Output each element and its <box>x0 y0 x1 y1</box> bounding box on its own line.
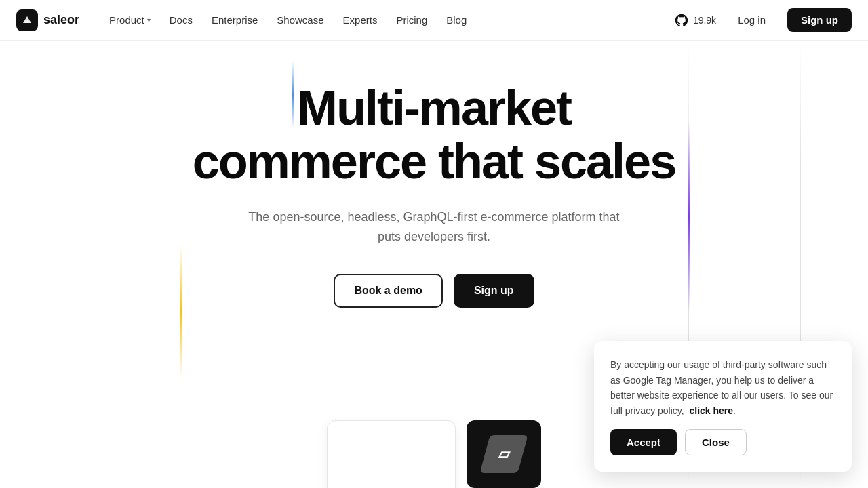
nav-enterprise[interactable]: Enterprise <box>203 9 266 31</box>
hero-signup-button[interactable]: Sign up <box>454 274 534 308</box>
hero-actions: Book a demo Sign up <box>193 274 675 308</box>
nav-showcase[interactable]: Showcase <box>269 9 332 31</box>
nav-experts-label: Experts <box>343 14 378 26</box>
nav-enterprise-label: Enterprise <box>212 14 258 26</box>
parallelogram-shape: ▱ <box>479 435 528 473</box>
nav-links: Product ▾ Docs Enterprise Showcase Exper… <box>101 9 674 31</box>
github-count-label: 19.9k <box>693 15 716 26</box>
nav-blog[interactable]: Blog <box>438 9 475 31</box>
nav-product[interactable]: Product ▾ <box>101 9 159 31</box>
consent-actions: Accept Close <box>610 429 835 455</box>
hero-title-line2: commerce that scales <box>193 134 675 188</box>
preview-card-1 <box>327 420 456 488</box>
nav-docs-label: Docs <box>170 14 193 26</box>
chevron-down-icon: ▾ <box>147 16 151 24</box>
deco-line-1 <box>68 41 68 488</box>
shape-icon: ▱ <box>498 445 510 463</box>
login-button[interactable]: Log in <box>727 9 776 31</box>
consent-banner: By accepting our usage of third-party so… <box>594 341 852 472</box>
hero-title: Multi-market commerce that scales <box>193 81 675 188</box>
accept-button[interactable]: Accept <box>610 429 677 455</box>
nav-docs[interactable]: Docs <box>161 9 201 31</box>
nav-signup-button[interactable]: Sign up <box>787 8 852 32</box>
cards-preview: ▱ <box>327 420 541 488</box>
navbar: saleor Product ▾ Docs Enterprise Showcas… <box>0 0 868 41</box>
logo-icon <box>16 9 38 31</box>
close-consent-button[interactable]: Close <box>685 429 747 455</box>
nav-right: 19.9k Log in Sign up <box>674 8 852 32</box>
nav-pricing-label: Pricing <box>396 14 427 26</box>
nav-experts[interactable]: Experts <box>335 9 386 31</box>
logo[interactable]: saleor <box>16 9 79 31</box>
github-stars[interactable]: 19.9k <box>674 13 716 28</box>
hero-subtitle: The open-source, headless, GraphQL-first… <box>244 207 624 247</box>
nav-showcase-label: Showcase <box>277 14 323 26</box>
preview-card-dark: ▱ <box>467 420 541 488</box>
brand-name: saleor <box>43 13 79 27</box>
consent-privacy-link[interactable]: click here <box>689 405 733 416</box>
nav-blog-label: Blog <box>446 14 467 26</box>
nav-pricing[interactable]: Pricing <box>388 9 435 31</box>
hero-title-line1: Multi-market <box>297 81 571 135</box>
consent-text: By accepting our usage of third-party so… <box>610 357 835 418</box>
nav-product-label: Product <box>109 14 144 26</box>
book-demo-button[interactable]: Book a demo <box>334 274 442 308</box>
github-icon <box>674 13 689 28</box>
hero-section: Multi-market commerce that scales The op… <box>176 41 692 335</box>
